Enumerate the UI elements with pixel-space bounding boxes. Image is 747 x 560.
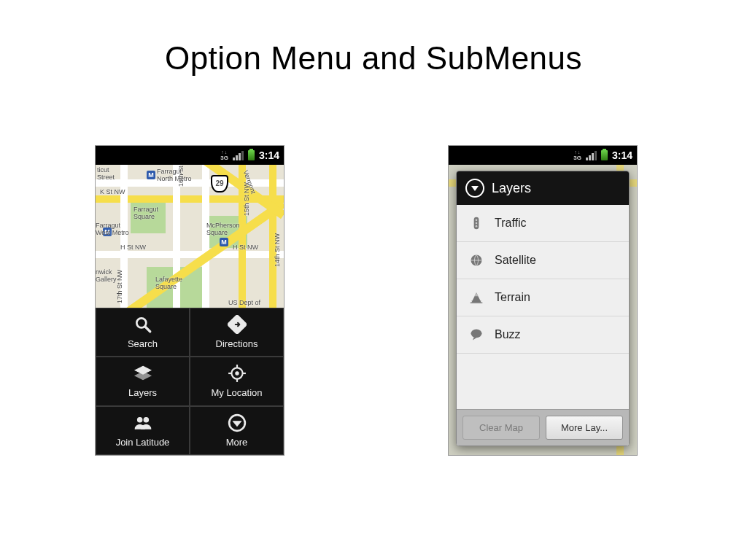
- submenu-item-label: Terrain: [495, 291, 530, 304]
- svg-marker-21: [475, 292, 479, 296]
- status-time: 3:14: [612, 149, 632, 161]
- network-3g-icon: ↑↓3G: [573, 149, 581, 161]
- svg-point-17: [476, 222, 478, 225]
- submenu-item-label: Satellite: [495, 254, 536, 267]
- map-label: 17th St NW: [116, 270, 123, 303]
- layers-icon: [133, 364, 152, 383]
- option-more[interactable]: More: [190, 406, 284, 455]
- map-label: H St NW: [233, 244, 258, 251]
- svg-point-24: [471, 330, 482, 338]
- battery-icon: [601, 150, 608, 160]
- map-label: Farragut West Metro: [96, 222, 129, 236]
- buzz-icon: [468, 327, 484, 343]
- svg-line-1: [145, 327, 150, 332]
- status-time: 3:14: [259, 149, 279, 161]
- option-menu: Search Directions Layers M: [96, 308, 284, 455]
- network-3g-icon: ↑↓3G: [220, 149, 228, 161]
- map-label: Farragut Square: [133, 206, 158, 220]
- submenu-header: Layers: [457, 171, 629, 205]
- option-label: Join Latitude: [116, 437, 170, 448]
- signal-icon: [586, 151, 597, 160]
- metro-icon: M: [220, 238, 228, 246]
- svg-rect-23: [471, 300, 481, 301]
- option-label: More: [226, 437, 248, 448]
- slide-title: Option Menu and SubMenus: [0, 40, 747, 77]
- map-label: Lafayette Square: [155, 276, 182, 290]
- svg-point-12: [144, 417, 149, 422]
- map-view[interactable]: M M M 29 ticut Street K St NW Farragut N…: [96, 165, 284, 308]
- route-shield: 29: [211, 175, 228, 192]
- map-label: H St NW: [120, 244, 146, 251]
- option-label: My Location: [211, 387, 262, 398]
- option-directions[interactable]: Directions: [190, 308, 284, 357]
- my-location-icon: [228, 364, 247, 383]
- submenu-item-traffic[interactable]: Traffic: [457, 205, 629, 242]
- svg-marker-4: [135, 372, 151, 380]
- option-search[interactable]: Search: [96, 308, 190, 357]
- map-label: US Dept of: [228, 299, 260, 306]
- submenu-item-buzz[interactable]: Buzz: [457, 316, 629, 354]
- map-label: McPherson Square: [206, 222, 240, 236]
- map-label: 16th St NW: [177, 165, 185, 187]
- map-label: nwick Gallery: [96, 268, 117, 283]
- svg-rect-22: [471, 303, 483, 303]
- option-label: Directions: [216, 338, 258, 349]
- metro-icon: M: [147, 171, 155, 179]
- option-my-location[interactable]: My Location: [190, 357, 284, 405]
- phone-option-menu: ↑↓3G 3:14: [96, 146, 284, 455]
- svg-point-18: [476, 225, 478, 228]
- more-layers-button[interactable]: More Lay...: [546, 416, 623, 440]
- satellite-icon: [468, 252, 484, 268]
- layers-submenu: Layers Traffic Satellite: [456, 171, 630, 446]
- signal-icon: [233, 151, 244, 160]
- search-icon: [133, 315, 152, 334]
- dropdown-circle-icon: [465, 179, 484, 198]
- svg-marker-14: [233, 421, 241, 427]
- map-label: Farragut North Metro: [157, 168, 192, 182]
- map-label: ticut Street: [97, 166, 115, 181]
- map-label: 14th St NW: [274, 233, 281, 267]
- svg-point-6: [235, 372, 238, 375]
- status-bar: ↑↓3G 3:14: [449, 146, 637, 165]
- svg-point-11: [137, 417, 142, 422]
- submenu-item-label: Buzz: [495, 328, 521, 341]
- map-label: K St NW: [100, 188, 125, 195]
- submenu-item-terrain[interactable]: Terrain: [457, 279, 629, 316]
- status-bar: ↑↓3G 3:14: [96, 146, 284, 165]
- submenu-footer: Clear Map More Lay...: [457, 409, 629, 446]
- option-label: Search: [128, 338, 158, 349]
- submenu-list: Traffic Satellite Terrain: [457, 205, 629, 409]
- battery-icon: [248, 150, 255, 160]
- option-layers[interactable]: Layers: [96, 357, 190, 405]
- terrain-icon: [468, 289, 484, 306]
- latitude-icon: [133, 413, 152, 432]
- clear-map-button[interactable]: Clear Map: [462, 416, 540, 440]
- option-label: Layers: [128, 387, 157, 398]
- more-icon: [228, 413, 247, 432]
- svg-point-16: [476, 219, 478, 222]
- phone-submenu: ↑↓3G 3:14 Layers Traffic: [449, 146, 637, 455]
- option-join-latitude[interactable]: Join Latitude: [96, 406, 190, 455]
- submenu-title: Layers: [492, 181, 531, 196]
- submenu-item-label: Traffic: [495, 217, 527, 230]
- submenu-item-satellite[interactable]: Satellite: [457, 242, 629, 279]
- traffic-icon: [468, 215, 484, 231]
- directions-icon: [228, 315, 247, 334]
